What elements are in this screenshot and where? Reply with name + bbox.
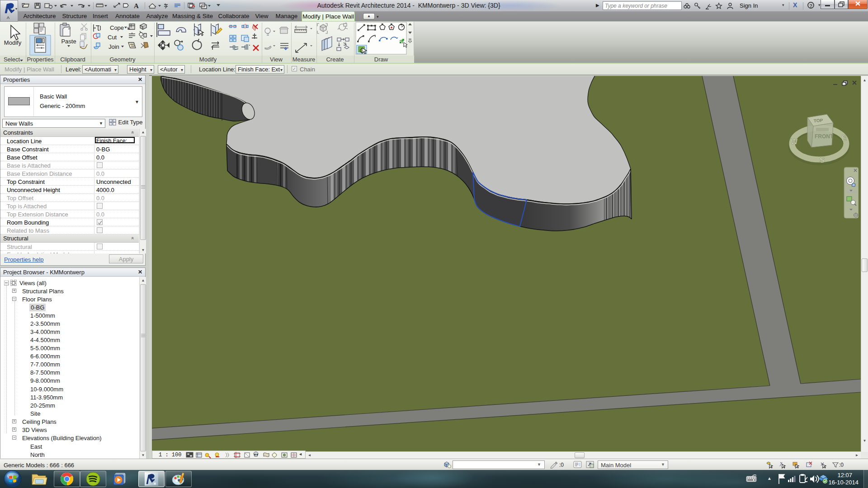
svg-text:E: E (842, 134, 847, 142)
svg-text:R: R (154, 482, 156, 485)
svg-text:Create: Create (326, 56, 344, 63)
svg-text:Properties: Properties (27, 56, 54, 63)
svg-text:Draw: Draw (374, 56, 388, 63)
svg-text:Select: Select (4, 56, 20, 63)
svg-text:Join: Join (108, 43, 119, 50)
svg-text:Cope: Cope (110, 24, 124, 31)
svg-text:A: A (134, 2, 139, 9)
svg-text:Cut: Cut (108, 34, 117, 41)
svg-text:TOP: TOP (813, 118, 823, 123)
svg-text:View: View (270, 56, 283, 63)
svg-text:FRONT: FRONT (815, 133, 834, 140)
svg-text:Modify: Modify (199, 56, 217, 63)
svg-text:Paste: Paste (61, 38, 76, 45)
svg-text:W: W (791, 138, 798, 145)
svg-text:Modify: Modify (4, 39, 22, 46)
svg-text:Clipboard: Clipboard (60, 56, 85, 63)
svg-text:S: S (820, 156, 825, 164)
svg-text:Geometry: Geometry (109, 56, 136, 63)
svg-text:Measure: Measure (292, 56, 316, 63)
